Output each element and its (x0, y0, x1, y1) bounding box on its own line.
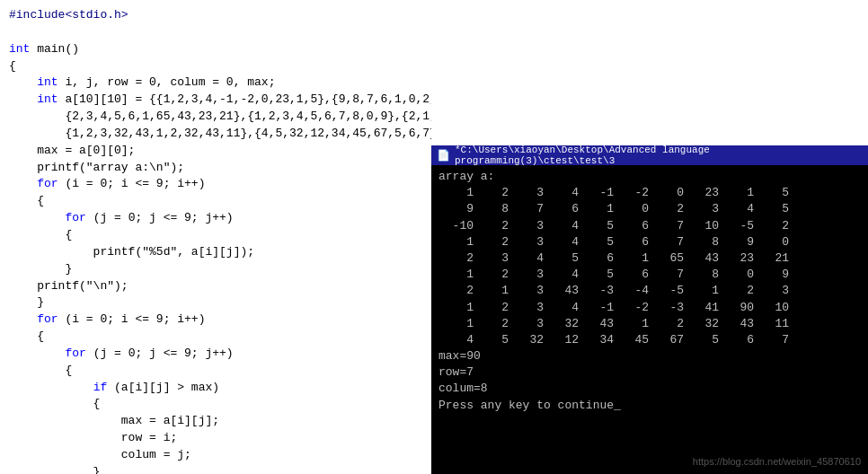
term-line-colum: colum=8 (438, 381, 861, 397)
code-line-brace3: { (9, 227, 422, 244)
code-line-brace5: } (9, 294, 422, 312)
code-line-brace2: { (9, 193, 422, 210)
term-line-7: 2 1 3 43 -3 -4 -5 1 2 3 (438, 283, 861, 299)
code-line-blank (9, 24, 422, 41)
term-line-5: 2 3 4 5 6 1 65 43 23 21 (438, 250, 861, 267)
term-line-4: 1 2 3 4 5 6 7 8 9 0 (438, 234, 861, 250)
code-line-max-assign: max = a[i][j]; (9, 413, 422, 430)
terminal-output: array a: 1 2 3 4 -1 -2 0 23 1 5 9 8 7 6 … (431, 165, 868, 474)
code-line-printf3: printf("\n"); (9, 278, 422, 295)
code-line-brace7: { (9, 363, 422, 380)
code-line-printf2: printf("%5d", a[i][j]); (9, 244, 422, 261)
term-line-10: 4 5 32 12 34 45 67 5 6 7 (438, 332, 861, 348)
code-line-brace9: } (9, 464, 422, 474)
code-line-include: #include<stdio.h> (9, 7, 422, 24)
code-line-array3: {1,2,3,32,43,1,2,32,43,11},{4,5,32,12,34… (9, 126, 422, 143)
code-line-for1: for (i = 0; i <= 9; i++) (9, 176, 422, 193)
term-line-9: 1 2 3 32 43 1 2 32 43 11 (438, 316, 861, 332)
terminal-icon: 📄 (437, 149, 450, 162)
terminal-titlebar: 📄 *C:\Users\xiaoyan\Desktop\Advanced lan… (431, 145, 868, 165)
term-line-continue: Press any key to continue_ (438, 398, 861, 414)
code-line-brace6: { (9, 329, 422, 346)
term-line-1: 1 2 3 4 -1 -2 0 23 1 5 (438, 185, 861, 201)
term-line-max: max=90 (438, 348, 861, 364)
term-line-0: array a: (438, 169, 861, 185)
term-line-3: -10 2 3 4 5 6 7 10 -5 2 (438, 218, 861, 234)
term-line-6: 1 2 3 4 5 6 7 8 0 9 (438, 267, 861, 283)
term-line-2: 9 8 7 6 1 0 2 3 4 5 (438, 201, 861, 217)
code-line-array2: {2,3,4,5,6,1,65,43,23,21},{1,2,3,4,5,6,7… (9, 109, 422, 126)
code-line-for3: for (i = 0; i <= 9; i++) (9, 312, 422, 329)
code-line-array1: int a[10][10] = {{1,2,3,4,-1,-2,0,23,1,5… (9, 92, 422, 109)
code-line-brace1: { (9, 58, 422, 75)
code-line-main: int main() (9, 41, 422, 58)
code-line-if: if (a[i][j] > max) (9, 380, 422, 397)
code-editor: #include<stdio.h> int main() { int i, j,… (0, 0, 431, 474)
code-line-brace4: } (9, 261, 422, 278)
code-line-printf1: printf("array a:\n"); (9, 160, 422, 177)
code-line-for2: for (j = 0; j <= 9; j++) (9, 210, 422, 227)
code-line-colum-assign: colum = j; (9, 447, 422, 464)
term-line-8: 1 2 3 4 -1 -2 -3 41 90 10 (438, 300, 861, 316)
watermark: https://blog.csdn.net/weixin_45870610 (693, 455, 861, 469)
term-line-row: row=7 (438, 364, 861, 381)
code-line-vars: int i, j, row = 0, colum = 0, max; (9, 75, 422, 92)
terminal-title: *C:\Users\xiaoyan\Desktop\Advanced langu… (455, 145, 868, 166)
code-line-brace8: { (9, 396, 422, 413)
code-line-row-assign: row = i; (9, 430, 422, 447)
code-line-for4: for (j = 0; j <= 9; j++) (9, 346, 422, 363)
code-line-max-init: max = a[0][0]; (9, 143, 422, 160)
